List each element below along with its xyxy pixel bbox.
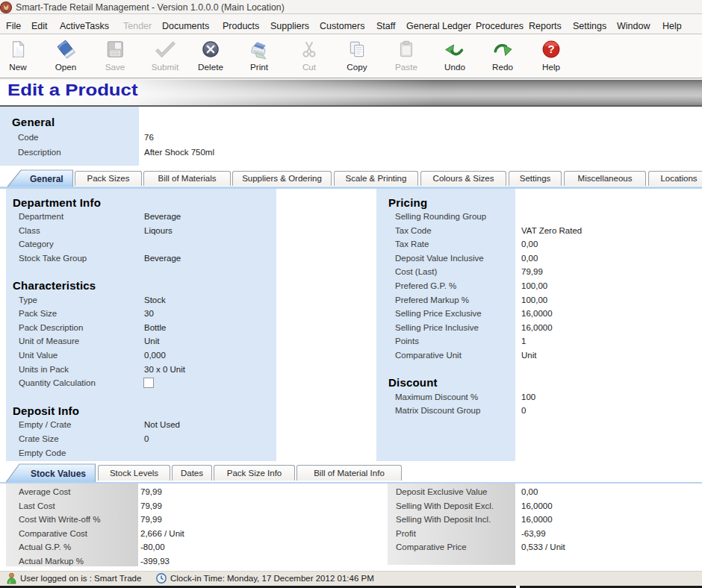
svg-text:?: ? (547, 43, 554, 55)
